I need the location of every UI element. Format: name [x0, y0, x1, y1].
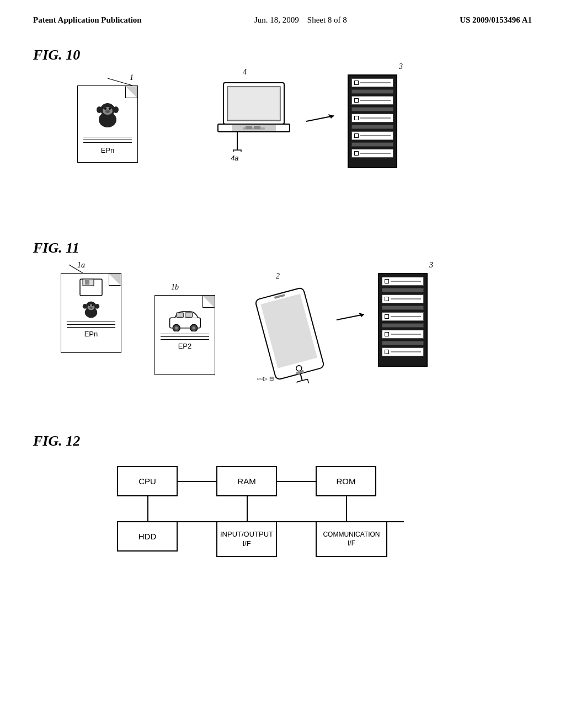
svg-point-4	[113, 106, 119, 113]
fig11-doc1b-id: 1b	[171, 283, 179, 292]
svg-rect-35	[185, 313, 192, 317]
fig11-server-body	[378, 273, 428, 367]
page-header: Patent Application Publication Jun. 18, …	[0, 0, 565, 25]
fig11-server: 3	[378, 273, 428, 367]
fig11-doc1b-body: EP2	[154, 295, 215, 375]
fig10-server-id: 3	[399, 62, 403, 71]
header-date: Jun. 18, 2009	[254, 15, 299, 24]
fig12-vline-cpu-bus	[147, 496, 148, 521]
fig10-document: 1	[77, 85, 138, 163]
fig11-tablet-svg: ○○▷ ⊟	[254, 284, 326, 383]
fig11-doc1a-caption: EPn	[61, 330, 121, 338]
header-publication-type: Patent Application Publication	[33, 15, 142, 25]
fig11-arrow	[334, 312, 372, 330]
svg-rect-46	[297, 379, 308, 383]
fig12-io-box: INPUT/OUTPUTI/F	[216, 521, 277, 557]
fig10-usb-id: 4a	[231, 154, 238, 162]
svg-point-39	[192, 326, 195, 330]
svg-point-28	[95, 304, 99, 309]
svg-rect-24	[85, 280, 89, 285]
fig12-hdd-box: HDD	[117, 521, 178, 552]
fig12-block-layout: CPU RAM ROM	[89, 461, 476, 571]
header-sheet: Sheet 8 of 8	[307, 15, 347, 24]
fig10-doc-body: EPn	[77, 85, 138, 163]
fig12-vline-ram-bus	[247, 496, 248, 521]
header-date-sheet: Jun. 18, 2009 Sheet 8 of 8	[254, 15, 347, 25]
fig10-monkey-icon	[78, 92, 137, 136]
svg-point-31	[92, 304, 94, 306]
svg-rect-16	[254, 126, 260, 129]
svg-text:○○▷ ⊟: ○○▷ ⊟	[257, 376, 274, 382]
fig11-document-1a: 1a	[61, 273, 121, 353]
svg-point-7	[109, 108, 111, 110]
fig10-server-body	[348, 74, 397, 168]
fig11-diagram: 1a	[33, 262, 532, 422]
fig11-tablet: 2 ○○▷ ⊟	[254, 284, 326, 386]
fig11-doc1b-caption: EP2	[155, 342, 215, 350]
svg-point-8	[105, 110, 110, 113]
svg-rect-18	[233, 150, 241, 152]
main-content: FIG. 10 1	[0, 25, 565, 609]
fig12-line-cpu-ram	[178, 481, 216, 482]
fig11-server-id: 3	[429, 261, 433, 270]
fig11-label: FIG. 11	[33, 240, 532, 256]
fig10-laptop-id: 4	[243, 68, 247, 77]
fig10-diagram: 1	[33, 69, 532, 223]
svg-line-19	[306, 116, 334, 121]
fig12-ram-box: RAM	[216, 466, 277, 496]
svg-point-6	[104, 108, 106, 110]
fig11-document-1b: 1b	[154, 295, 215, 375]
svg-point-32	[89, 307, 93, 309]
fig10-arrow	[303, 113, 342, 132]
svg-line-0	[108, 78, 132, 85]
fig10-server: 3	[348, 74, 397, 168]
svg-line-48	[337, 314, 364, 320]
svg-line-21	[69, 265, 83, 273]
svg-point-38	[174, 326, 178, 330]
fig12-label: FIG. 12	[33, 433, 532, 449]
fig10-laptop: 4 4a	[215, 80, 292, 154]
fig10-doc-caption: EPn	[78, 146, 137, 154]
fig10-laptop-svg	[215, 80, 292, 152]
fig10-label: FIG. 10	[33, 47, 532, 63]
fig12-cpu-box: CPU	[117, 466, 178, 496]
fig12-rom-box: ROM	[316, 466, 376, 496]
fig12-line-ram-rom	[277, 481, 316, 482]
svg-point-27	[83, 304, 87, 309]
fig12-comm-box: COMMUNICATIONI/F	[316, 521, 387, 557]
fig12-diagram: CPU RAM ROM	[33, 461, 532, 593]
fig11-car-icon	[155, 307, 215, 331]
svg-point-30	[88, 304, 90, 306]
fig11-tablet-id: 2	[276, 272, 280, 281]
svg-rect-15	[246, 126, 252, 129]
fig11-doc1a-body: EPn	[61, 273, 121, 353]
fig12-vline-rom-bus	[346, 496, 347, 521]
header-patent-number: US 2009/0153496 A1	[460, 15, 532, 25]
svg-point-3	[97, 106, 102, 113]
svg-rect-34	[176, 313, 183, 317]
svg-rect-11	[229, 88, 279, 119]
svg-rect-41	[260, 294, 317, 368]
fig11-monkey-icon	[61, 298, 121, 320]
